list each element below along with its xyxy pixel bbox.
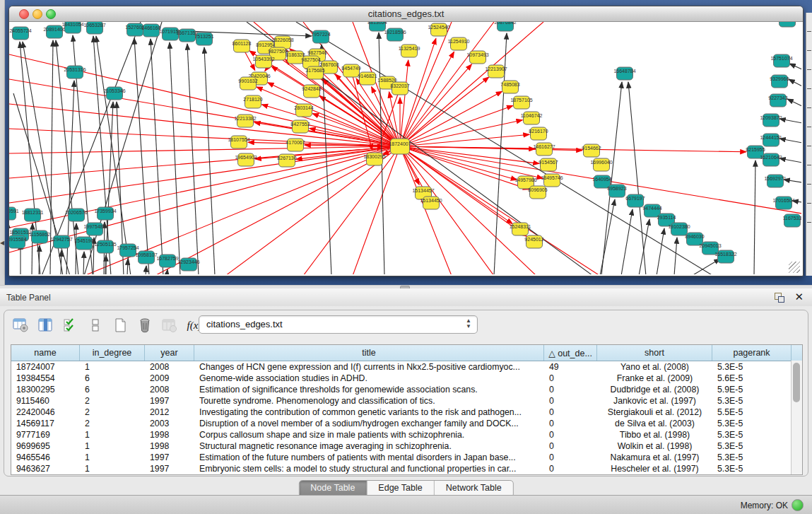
float-panel-icon[interactable] bbox=[775, 293, 784, 302]
create-table-icon[interactable] bbox=[110, 316, 130, 334]
graph-node[interactable]: 11156862 bbox=[29, 230, 50, 243]
graph-node[interactable]: 12093872 bbox=[760, 114, 782, 127]
graph-node[interactable]: 17359934 bbox=[94, 207, 116, 220]
column-header-year[interactable]: year bbox=[145, 345, 194, 361]
scrollbar-thumb[interactable] bbox=[793, 363, 800, 402]
graph-node[interactable]: 7957224 bbox=[311, 30, 330, 43]
graph-node[interactable]: 21053346 bbox=[103, 87, 125, 100]
graph-node[interactable]: 20206576 bbox=[65, 209, 87, 221]
network-window-titlebar[interactable]: citations_edges.txt bbox=[9, 6, 803, 22]
graph-node[interactable]: 19975487 bbox=[83, 223, 105, 235]
graph-node[interactable]: 16518322 bbox=[714, 250, 736, 263]
column-header-out-de-[interactable]: △ out_de... bbox=[544, 345, 597, 361]
graph-node[interactable]: 1167533 bbox=[783, 214, 801, 227]
delete-table-icon[interactable] bbox=[135, 316, 155, 334]
graph-node[interactable]: 8216170 bbox=[529, 127, 548, 140]
graph-node[interactable]: 7513251 bbox=[194, 33, 213, 45]
network-window[interactable]: citations_edges.txt 24055724 20891406 18… bbox=[8, 6, 804, 276]
graph-node[interactable]: 20876842 bbox=[494, 22, 516, 31]
graph-node[interactable]: 18107554 bbox=[228, 136, 249, 148]
graph-node[interactable]: 12213382 bbox=[234, 115, 256, 127]
graph-node[interactable]: 18812311 bbox=[22, 209, 44, 221]
graph-node[interactable]: 9242848 bbox=[302, 85, 321, 98]
graph-node[interactable]: 16782759 bbox=[156, 255, 178, 267]
graph-node[interactable]: 9146821 bbox=[358, 72, 377, 85]
table-row[interactable]: 911546021997Tourette syndrome. Phenomeno… bbox=[11, 395, 802, 407]
graph-node[interactable]: 16648784 bbox=[613, 67, 635, 80]
graph-node[interactable]: 16210643 bbox=[760, 153, 782, 166]
graph-node[interactable]: 9329966 bbox=[770, 75, 789, 88]
table-row[interactable]: 1830029562008Estimation of significance … bbox=[11, 384, 802, 395]
graph-node[interactable]: 9154567 bbox=[539, 158, 558, 171]
graph-node[interactable]: 20891406 bbox=[43, 25, 65, 38]
table-row[interactable]: 2242004622012Investigating the contribut… bbox=[11, 407, 802, 418]
graph-node[interactable]: 15134450 bbox=[420, 197, 442, 209]
row-height-icon[interactable] bbox=[86, 316, 105, 334]
graph-node[interactable]: 25260591 bbox=[9, 207, 19, 220]
graph-node[interactable]: 12923446 bbox=[177, 258, 199, 271]
graph-node[interactable]: 8466160 bbox=[141, 24, 160, 37]
graph-node[interactable]: 14616277 bbox=[533, 143, 555, 156]
close-panel-icon[interactable]: ✕ bbox=[794, 291, 804, 303]
graph-node[interactable]: 18757105 bbox=[510, 96, 532, 109]
column-header-short[interactable]: short bbox=[597, 345, 712, 361]
graph-node[interactable]: 12213907 bbox=[485, 65, 507, 78]
table-row[interactable]: 1456911722003Disruption of a novel membe… bbox=[11, 418, 802, 429]
graph-node[interactable]: 17016504 bbox=[772, 197, 794, 209]
graph-node[interactable]: 16996040 bbox=[590, 158, 612, 171]
graph-node[interactable]: 8267130 bbox=[277, 154, 296, 167]
graph-node[interactable]: 2718120 bbox=[243, 95, 262, 108]
table-row[interactable]: 946554611997Estimation of the future num… bbox=[11, 452, 802, 463]
graph-node[interactable]: 1812452 bbox=[777, 22, 796, 27]
graph-node[interactable]: 8958923 bbox=[607, 185, 626, 197]
table-row[interactable]: 1938455462009Genome-wide association stu… bbox=[11, 373, 802, 384]
graph-node[interactable]: 8322037 bbox=[390, 82, 409, 95]
graph-node[interactable]: 10958107 bbox=[135, 251, 157, 264]
table-settings-icon[interactable] bbox=[11, 316, 31, 334]
graph-node[interactable]: 12524540 bbox=[428, 23, 449, 36]
graph-node[interactable]: 7485083 bbox=[500, 81, 519, 93]
graph-node[interactable]: 3915584 bbox=[9, 235, 27, 248]
graph-node[interactable]: 24055724 bbox=[9, 27, 31, 40]
column-header-in-degree[interactable]: in_degree bbox=[80, 345, 145, 361]
show-columns-icon[interactable] bbox=[36, 316, 56, 334]
table-selector-stepper-icon[interactable]: ▲▼ bbox=[466, 318, 471, 329]
graph-node[interactable]: 8601128 bbox=[233, 40, 252, 52]
graph-node[interactable]: 18495746 bbox=[541, 174, 563, 187]
graph-node[interactable]: 15751074 bbox=[770, 54, 792, 67]
left-splitter-strip[interactable]: ◀ bbox=[0, 0, 5, 285]
graph-node[interactable]: 12505135 bbox=[94, 240, 116, 253]
column-header-name[interactable]: name bbox=[11, 345, 80, 361]
graph-node[interactable]: 12942757 bbox=[50, 235, 72, 248]
graph-node[interactable]: 15248311 bbox=[510, 223, 531, 235]
column-header-title[interactable]: title bbox=[194, 345, 544, 361]
graph-node[interactable]: 11325419 bbox=[399, 45, 420, 57]
graph-node[interactable]: 15692971 bbox=[764, 175, 786, 187]
graph-node[interactable]: 3175685 bbox=[305, 66, 324, 79]
graph-node[interactable]: 19654903 bbox=[235, 153, 257, 166]
graph-node[interactable]: 18724007 bbox=[389, 139, 411, 154]
table-row[interactable]: 1872400712008Changes of HCN gene express… bbox=[11, 361, 802, 373]
graph-node[interactable]: 4170067 bbox=[286, 139, 305, 151]
column-header-pagerank[interactable]: pagerank bbox=[712, 345, 792, 361]
graph-node[interactable]: 2803144 bbox=[294, 104, 313, 117]
graph-node[interactable]: 10653287 bbox=[83, 22, 105, 34]
table-row[interactable]: 969969511998Structural magnetic resonanc… bbox=[11, 440, 802, 452]
network-canvas[interactable]: 24055724 20891406 18431054 10653287 1527… bbox=[9, 22, 801, 274]
graph-node[interactable]: 8096905 bbox=[528, 186, 547, 199]
selection-mode-icon[interactable] bbox=[61, 316, 81, 334]
window-resize-grip[interactable] bbox=[789, 262, 800, 273]
graph-node[interactable]: 18226058 bbox=[271, 36, 293, 49]
table-row[interactable]: 946362711997Embryonic stem cells: a mode… bbox=[11, 463, 802, 474]
graph-node[interactable]: 10973493 bbox=[466, 51, 488, 64]
graph-node[interactable]: 10543392 bbox=[252, 55, 274, 68]
graph-node[interactable]: 8427552 bbox=[290, 120, 310, 133]
collapse-left-arrow-icon[interactable]: ◀ bbox=[0, 240, 4, 246]
graph-node[interactable]: 18431054 bbox=[61, 22, 83, 33]
graph-node[interactable]: 18300295 bbox=[363, 153, 385, 165]
table-row[interactable]: 977716911998Corpus callosum shape and si… bbox=[11, 429, 802, 440]
graph-node[interactable]: 11046742 bbox=[521, 112, 543, 124]
graph-node[interactable]: 9154662 bbox=[582, 144, 601, 157]
graph-node[interactable]: 11254910 bbox=[448, 37, 470, 50]
graph-node[interactable]: 9227343 bbox=[768, 94, 787, 107]
